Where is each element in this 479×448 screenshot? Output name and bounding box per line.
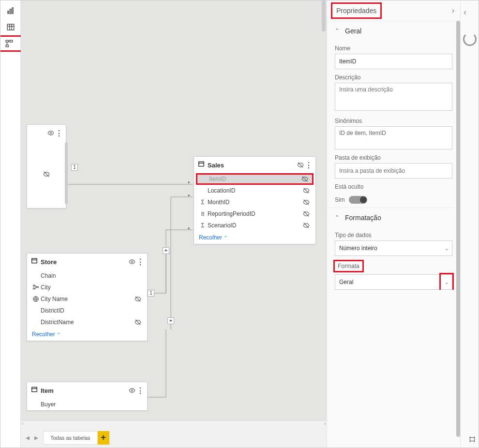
sigma-icon: Σ: [198, 222, 208, 229]
panel-scrollbar[interactable]: [456, 21, 460, 437]
eye-icon[interactable]: [45, 130, 56, 136]
tab-prev[interactable]: ◂: [26, 433, 30, 442]
svg-rect-34: [32, 387, 37, 391]
field-row[interactable]: DistrictID: [27, 305, 147, 316]
format-select[interactable]: Geral ⌄ Geral Moeda Padrão Geral de Date…: [335, 274, 452, 290]
synonyms-input[interactable]: ID de item, ItemID: [335, 126, 452, 149]
relationship-direction-icon[interactable]: [163, 247, 169, 254]
page-tab[interactable]: Todas as tabelas: [43, 431, 98, 445]
add-page-button[interactable]: +: [98, 431, 109, 445]
field-row[interactable]: BReportingPeriodID: [194, 208, 315, 220]
display-folder-input[interactable]: [335, 163, 452, 179]
view-data-icon[interactable]: [0, 19, 21, 35]
model-canvas[interactable]: ⋮ 1 Sales ⋮ ItemID LocationID ΣMonthID B…: [21, 0, 327, 420]
field-row[interactable]: City Name: [27, 293, 147, 305]
chevron-down-icon[interactable]: ⌄: [439, 273, 454, 290]
label-description: Descrição: [327, 69, 460, 83]
fit-to-screen-icon[interactable]: [469, 436, 476, 445]
description-input[interactable]: [335, 83, 452, 111]
page-tabstrip: ‹› ◂▸ Todas as tabelas +: [21, 420, 327, 448]
more-icon[interactable]: ⋮: [137, 386, 143, 395]
hidden-toggle[interactable]: [349, 196, 367, 204]
table-card-store[interactable]: Store ⋮ Chain City City Name DistrictID …: [27, 253, 148, 341]
table-card-collapsed[interactable]: ⋮: [27, 124, 66, 209]
view-model-icon[interactable]: [0, 35, 22, 52]
hidden-icon[interactable]: [133, 296, 143, 302]
svg-rect-2: [12, 8, 13, 14]
table-icon: [31, 386, 38, 395]
section-geral[interactable]: ⌃Geral: [327, 21, 460, 40]
hidden-icon[interactable]: [133, 319, 143, 326]
tab-next[interactable]: ▸: [34, 433, 38, 442]
svg-point-12: [50, 132, 52, 134]
text-icon: B: [198, 211, 208, 217]
expand-fields-icon[interactable]: ‹: [464, 7, 466, 17]
scroll-left-icon[interactable]: ‹: [22, 421, 23, 426]
hidden-icon[interactable]: [295, 162, 306, 168]
svg-rect-8: [10, 40, 13, 42]
chevron-up-icon: ⌃: [335, 28, 339, 34]
more-icon[interactable]: ⋮: [137, 257, 143, 267]
label-data-type: Tipo de dados: [327, 227, 460, 240]
table-card-item[interactable]: Item ⋮ Buyer: [27, 382, 148, 411]
field-row[interactable]: DistrictName: [27, 316, 147, 328]
table-icon: [198, 161, 205, 169]
hidden-icon[interactable]: [301, 187, 312, 194]
cardinality-one: 1: [71, 164, 78, 171]
svg-rect-7: [6, 40, 8, 42]
chevron-down-icon[interactable]: ⌄: [441, 240, 452, 256]
field-row[interactable]: ΣScenarioID: [194, 220, 315, 231]
sigma-icon: Σ: [198, 199, 208, 206]
properties-panel: Propriedades › ⌃Geral Nome Descrição Sin…: [327, 0, 460, 448]
name-input[interactable]: [335, 54, 452, 69]
field-row[interactable]: Buyer: [27, 399, 147, 410]
hidden-icon[interactable]: [301, 222, 312, 229]
field-row-itemid[interactable]: ItemID: [196, 173, 314, 185]
hidden-icon: [27, 171, 66, 179]
datatype-select[interactable]: Número inteiro ⌄: [335, 240, 452, 256]
eye-icon[interactable]: [127, 387, 137, 394]
hidden-icon[interactable]: [299, 176, 310, 182]
more-icon[interactable]: ⋮: [306, 161, 312, 170]
svg-rect-26: [33, 288, 35, 289]
label-format: Formata: [333, 260, 364, 272]
relationship-direction-icon[interactable]: [167, 317, 174, 324]
collapse-panel-icon[interactable]: ›: [452, 6, 454, 15]
svg-rect-22: [32, 258, 37, 263]
field-row[interactable]: Chain: [27, 270, 147, 282]
field-row[interactable]: LocationID: [194, 185, 315, 196]
field-row[interactable]: ΣMonthID: [194, 196, 315, 208]
svg-rect-0: [8, 11, 9, 14]
eye-icon[interactable]: [127, 258, 137, 265]
globe-icon: [31, 296, 41, 302]
hidden-icon[interactable]: [301, 199, 312, 206]
chevron-up-icon: ⌃: [335, 214, 339, 221]
canvas-scrollbar[interactable]: [322, 0, 326, 31]
collapse-link[interactable]: Recolher ⌃: [194, 231, 315, 244]
right-collapsed-lane: ‹: [460, 0, 479, 448]
section-formatting[interactable]: ⌃Formatação: [327, 208, 460, 227]
loading-spinner-icon: [463, 32, 477, 46]
more-icon[interactable]: ⋮: [56, 129, 62, 138]
label-display-folder: Pasta de exibição: [327, 149, 460, 163]
cardinality-many: *: [188, 226, 190, 232]
table-card-sales[interactable]: Sales ⋮ ItemID LocationID ΣMonthID BRepo…: [194, 156, 316, 244]
label-synonyms: Sinônimos: [327, 113, 460, 126]
svg-rect-3: [7, 24, 14, 30]
scroll-right-icon[interactable]: ›: [324, 421, 326, 426]
svg-rect-14: [199, 162, 204, 166]
field-row[interactable]: City: [27, 282, 147, 293]
svg-rect-25: [33, 285, 35, 286]
left-view-rail: [0, 0, 21, 448]
svg-rect-37: [470, 438, 474, 441]
svg-point-36: [131, 389, 133, 391]
label-is-hidden: Está oculto: [327, 179, 460, 192]
svg-rect-27: [37, 286, 39, 287]
cardinality-many: *: [188, 180, 190, 186]
hidden-icon[interactable]: [301, 210, 312, 217]
label-name: Nome: [327, 40, 460, 54]
cardinality-one: 1: [148, 290, 154, 297]
view-report-icon[interactable]: [0, 2, 21, 19]
panel-title: Propriedades: [331, 2, 382, 19]
collapse-link[interactable]: Recolher ⌃: [27, 328, 147, 341]
